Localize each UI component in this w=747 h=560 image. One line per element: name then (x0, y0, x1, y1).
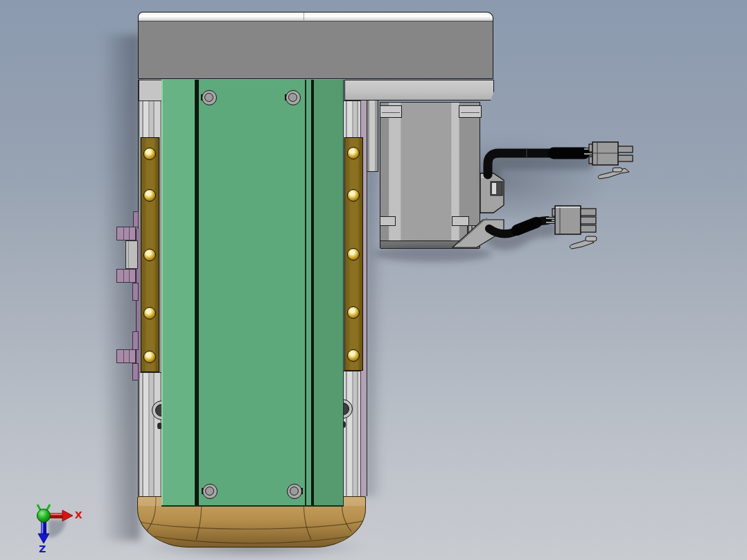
top-end-plate (138, 12, 493, 79)
sensor3-tab-bottom (132, 363, 139, 380)
carriage-screw (287, 484, 302, 499)
motor-mount-tab-left (380, 105, 402, 118)
sensor-bracket (125, 240, 138, 269)
motor-shaft-housing (367, 100, 378, 172)
cable-tie-bottom (570, 239, 594, 249)
screw-notch (201, 94, 202, 100)
cap-bevel-highlight (139, 12, 493, 21)
triad-x-arrow (48, 510, 73, 521)
triad-shadow-arc (49, 520, 66, 538)
cable-bead-bottom (586, 236, 597, 241)
cad-viewport[interactable]: X Z (0, 0, 747, 560)
extrusion-ribs-upper-left (139, 100, 162, 139)
belt-filler-strip (306, 80, 311, 507)
limit-sensor-3 (116, 349, 136, 363)
triad-origin-ball (37, 509, 51, 523)
carriage-screw (202, 90, 217, 105)
rail-screw (143, 189, 156, 202)
carriage-screw (202, 484, 218, 499)
rail-screw (143, 249, 156, 261)
rail-screw (143, 351, 156, 363)
rail-screw (347, 248, 360, 261)
belt-strip-right (314, 80, 344, 507)
orientation-triad: X Z (17, 482, 107, 557)
motor-clip-left (380, 216, 396, 226)
rail-screw (143, 307, 156, 320)
limit-sensor-2 (116, 269, 136, 283)
carriage-screw-core (204, 93, 213, 102)
carriage-screw (285, 90, 301, 105)
motor-mount-plate (344, 80, 494, 100)
belt-strip-left (161, 80, 195, 507)
motor-cable-bottom (489, 218, 556, 234)
screw-notch (285, 94, 286, 100)
motor-clip-right (452, 216, 469, 226)
rail-screw (347, 189, 360, 202)
green-bottom-edge (161, 505, 344, 507)
motor-grille (467, 225, 482, 242)
cap-bevel-seam (304, 12, 304, 20)
carriage-screw-core (288, 93, 297, 102)
stepper-motor (380, 102, 480, 248)
limit-sensor-1 (116, 227, 136, 240)
axis-label-x: X (75, 509, 82, 520)
axis-label-z: Z (39, 543, 46, 554)
carriage-screw-core (205, 487, 214, 496)
rail-screw (143, 148, 156, 160)
extrusion-ribs-lower-left (139, 372, 162, 498)
motor-base-stripe (380, 240, 480, 249)
screw-notch (202, 488, 203, 494)
screw-notch (301, 488, 303, 494)
sensor3-tab-top (132, 331, 139, 350)
sensor1-tab-top (133, 211, 139, 227)
triad-z-arrow (38, 520, 49, 543)
carriage-plate (199, 80, 305, 507)
motor-mount-tab-right (459, 105, 482, 118)
rail-screw (347, 349, 360, 362)
rail-screw (347, 147, 360, 159)
rail-screw (347, 306, 360, 319)
extrusion-block-top-left (139, 80, 164, 102)
sensor2-tab-bottom (132, 283, 139, 301)
cable-bead-top (613, 168, 622, 172)
carriage-screw-core (290, 487, 299, 496)
